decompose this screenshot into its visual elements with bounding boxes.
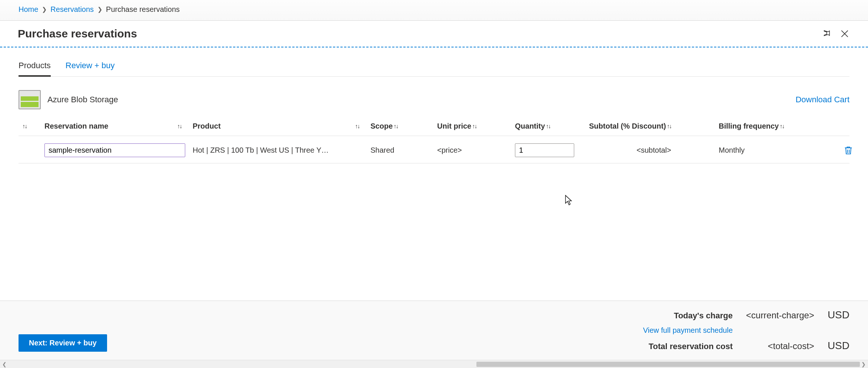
breadcrumb-home[interactable]: Home bbox=[19, 5, 38, 14]
currency-label: USD bbox=[828, 309, 849, 321]
col-scope-label: Scope bbox=[370, 122, 393, 130]
cell-product: Hot | ZRS | 100 Tb | West US | Three Y… bbox=[193, 146, 370, 155]
sort-handle[interactable]: ↑↓ bbox=[19, 123, 44, 130]
scroll-thumb[interactable] bbox=[476, 362, 860, 367]
cell-scope: Shared bbox=[370, 146, 437, 155]
todays-charge-value: <current-charge> bbox=[746, 310, 814, 321]
download-cart-link[interactable]: Download Cart bbox=[795, 95, 849, 105]
view-payment-schedule-link[interactable]: View full payment schedule bbox=[643, 326, 733, 335]
reservations-table: ↑↓ Reservation name ↑↓ Product ↑↓ Scope↑… bbox=[19, 122, 849, 163]
breadcrumb: Home ❯ Reservations ❯ Purchase reservati… bbox=[0, 0, 868, 21]
bottom-bar: Next: Review + buy Today's charge <curre… bbox=[0, 301, 868, 360]
pin-icon[interactable] bbox=[821, 29, 831, 39]
scroll-right-icon[interactable]: ❯ bbox=[861, 361, 866, 367]
sort-icon: ↑↓ bbox=[393, 123, 398, 130]
col-product[interactable]: Product ↑↓ bbox=[193, 122, 370, 130]
content-area: Products Review + buy Azure Blob Storage… bbox=[0, 47, 868, 301]
tab-review-buy[interactable]: Review + buy bbox=[66, 59, 115, 76]
col-product-label: Product bbox=[193, 122, 221, 130]
sort-icon: ↑↓ bbox=[177, 123, 193, 130]
cell-unit-price: <price> bbox=[437, 146, 515, 155]
service-row: Azure Blob Storage Download Cart bbox=[19, 90, 849, 109]
table-header: ↑↓ Reservation name ↑↓ Product ↑↓ Scope↑… bbox=[19, 122, 849, 136]
sort-icon: ↑↓ bbox=[355, 123, 370, 130]
page-header: Purchase reservations bbox=[0, 21, 868, 47]
col-scope[interactable]: Scope↑↓ bbox=[370, 122, 437, 130]
delete-row-button[interactable] bbox=[830, 145, 867, 156]
quantity-input[interactable] bbox=[515, 143, 574, 157]
sort-icon: ↑↓ bbox=[667, 123, 671, 130]
close-icon[interactable] bbox=[840, 29, 849, 39]
chevron-right-icon: ❯ bbox=[42, 6, 47, 13]
col-quantity[interactable]: Quantity↑↓ bbox=[515, 122, 589, 130]
col-unit-price[interactable]: Unit price↑↓ bbox=[437, 122, 515, 130]
totals-panel: Today's charge <current-charge> USD View… bbox=[643, 309, 849, 352]
next-review-buy-button[interactable]: Next: Review + buy bbox=[19, 334, 107, 352]
total-cost-label: Total reservation cost bbox=[643, 342, 733, 351]
page-title: Purchase reservations bbox=[18, 27, 137, 40]
sort-icon: ↑↓ bbox=[546, 123, 550, 130]
col-subtotal-label: Subtotal (% Discount) bbox=[589, 122, 666, 130]
cell-subtotal: <subtotal> bbox=[589, 146, 719, 155]
chevron-right-icon: ❯ bbox=[97, 6, 102, 13]
col-reservation-name[interactable]: Reservation name ↑↓ bbox=[44, 122, 193, 130]
reservation-name-input[interactable] bbox=[44, 143, 185, 157]
table-row: Hot | ZRS | 100 Tb | West US | Three Y… … bbox=[19, 141, 849, 163]
col-billing-frequency[interactable]: Billing frequency↑↓ bbox=[719, 122, 830, 130]
todays-charge-label: Today's charge bbox=[643, 311, 733, 321]
col-quantity-label: Quantity bbox=[515, 122, 545, 130]
col-subtotal[interactable]: Subtotal (% Discount)↑↓ bbox=[589, 122, 719, 130]
col-reservation-name-label: Reservation name bbox=[44, 122, 108, 130]
horizontal-scrollbar[interactable]: ❮ ❯ bbox=[0, 360, 868, 368]
storage-icon bbox=[19, 90, 41, 109]
tab-products[interactable]: Products bbox=[19, 59, 51, 76]
sort-icon: ↑↓ bbox=[472, 123, 476, 130]
scroll-left-icon[interactable]: ❮ bbox=[2, 361, 7, 367]
breadcrumb-current: Purchase reservations bbox=[106, 5, 180, 14]
total-cost-value: <total-cost> bbox=[746, 341, 814, 351]
col-billing-label: Billing frequency bbox=[719, 122, 779, 130]
sort-icon: ↑↓ bbox=[779, 123, 784, 130]
currency-label: USD bbox=[828, 340, 849, 352]
service-name: Azure Blob Storage bbox=[47, 95, 118, 105]
tabs: Products Review + buy bbox=[19, 59, 849, 77]
cell-billing-frequency: Monthly bbox=[719, 146, 830, 155]
col-unit-price-label: Unit price bbox=[437, 122, 471, 130]
breadcrumb-reservations[interactable]: Reservations bbox=[50, 5, 94, 14]
